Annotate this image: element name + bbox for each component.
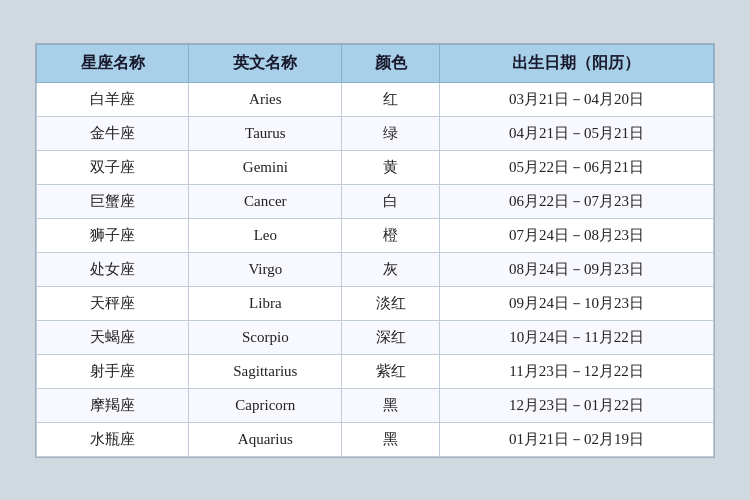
cell-date: 07月24日－08月23日 — [439, 218, 713, 252]
cell-color: 白 — [342, 184, 440, 218]
table-row: 射手座Sagittarius紫红11月23日－12月22日 — [37, 354, 714, 388]
cell-zh: 摩羯座 — [37, 388, 189, 422]
cell-zh: 巨蟹座 — [37, 184, 189, 218]
cell-en: Gemini — [189, 150, 342, 184]
cell-date: 01月21日－02月19日 — [439, 422, 713, 456]
cell-date: 11月23日－12月22日 — [439, 354, 713, 388]
table-row: 金牛座Taurus绿04月21日－05月21日 — [37, 116, 714, 150]
cell-en: Leo — [189, 218, 342, 252]
cell-en: Cancer — [189, 184, 342, 218]
cell-date: 08月24日－09月23日 — [439, 252, 713, 286]
cell-color: 绿 — [342, 116, 440, 150]
table-row: 双子座Gemini黄05月22日－06月21日 — [37, 150, 714, 184]
table-row: 天秤座Libra淡红09月24日－10月23日 — [37, 286, 714, 320]
cell-color: 紫红 — [342, 354, 440, 388]
cell-date: 05月22日－06月21日 — [439, 150, 713, 184]
cell-en: Capricorn — [189, 388, 342, 422]
cell-date: 03月21日－04月20日 — [439, 82, 713, 116]
table-row: 水瓶座Aquarius黑01月21日－02月19日 — [37, 422, 714, 456]
cell-date: 09月24日－10月23日 — [439, 286, 713, 320]
cell-en: Libra — [189, 286, 342, 320]
cell-zh: 金牛座 — [37, 116, 189, 150]
cell-date: 12月23日－01月22日 — [439, 388, 713, 422]
cell-zh: 白羊座 — [37, 82, 189, 116]
cell-date: 10月24日－11月22日 — [439, 320, 713, 354]
table-row: 白羊座Aries红03月21日－04月20日 — [37, 82, 714, 116]
table-row: 天蝎座Scorpio深红10月24日－11月22日 — [37, 320, 714, 354]
table-header-row: 星座名称 英文名称 颜色 出生日期（阳历） — [37, 44, 714, 82]
cell-en: Aquarius — [189, 422, 342, 456]
cell-zh: 水瓶座 — [37, 422, 189, 456]
cell-en: Sagittarius — [189, 354, 342, 388]
cell-color: 灰 — [342, 252, 440, 286]
cell-en: Taurus — [189, 116, 342, 150]
cell-color: 深红 — [342, 320, 440, 354]
col-header-date: 出生日期（阳历） — [439, 44, 713, 82]
cell-en: Virgo — [189, 252, 342, 286]
cell-date: 04月21日－05月21日 — [439, 116, 713, 150]
cell-zh: 天秤座 — [37, 286, 189, 320]
col-header-color: 颜色 — [342, 44, 440, 82]
cell-zh: 处女座 — [37, 252, 189, 286]
cell-color: 红 — [342, 82, 440, 116]
cell-color: 黑 — [342, 388, 440, 422]
cell-zh: 射手座 — [37, 354, 189, 388]
table-body: 白羊座Aries红03月21日－04月20日金牛座Taurus绿04月21日－0… — [37, 82, 714, 456]
cell-zh: 双子座 — [37, 150, 189, 184]
table-row: 摩羯座Capricorn黑12月23日－01月22日 — [37, 388, 714, 422]
col-header-en: 英文名称 — [189, 44, 342, 82]
cell-en: Aries — [189, 82, 342, 116]
cell-en: Scorpio — [189, 320, 342, 354]
cell-zh: 天蝎座 — [37, 320, 189, 354]
cell-color: 黄 — [342, 150, 440, 184]
zodiac-table-container: 星座名称 英文名称 颜色 出生日期（阳历） 白羊座Aries红03月21日－04… — [35, 43, 715, 458]
table-row: 狮子座Leo橙07月24日－08月23日 — [37, 218, 714, 252]
cell-color: 淡红 — [342, 286, 440, 320]
cell-date: 06月22日－07月23日 — [439, 184, 713, 218]
zodiac-table: 星座名称 英文名称 颜色 出生日期（阳历） 白羊座Aries红03月21日－04… — [36, 44, 714, 457]
table-row: 巨蟹座Cancer白06月22日－07月23日 — [37, 184, 714, 218]
cell-zh: 狮子座 — [37, 218, 189, 252]
col-header-zh: 星座名称 — [37, 44, 189, 82]
cell-color: 橙 — [342, 218, 440, 252]
table-row: 处女座Virgo灰08月24日－09月23日 — [37, 252, 714, 286]
cell-color: 黑 — [342, 422, 440, 456]
